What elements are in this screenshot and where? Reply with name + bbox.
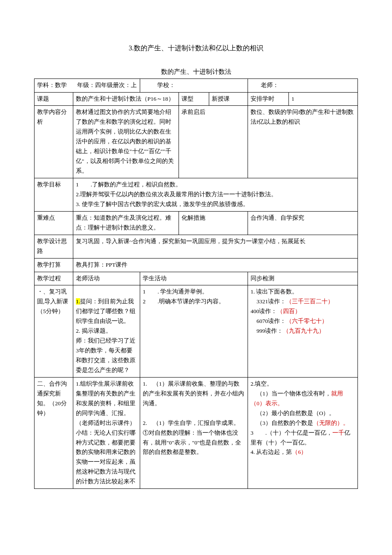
measure-value: 合作沟通、自学探究 (248, 211, 357, 235)
section1-test: 1. 读出下面各数。 3321读作：（三千三百二十） 400读作：（四百） 60… (248, 285, 357, 377)
content-label: 教学内容分析 (35, 106, 73, 178)
prep-label: 教学打算 (35, 258, 73, 272)
hours-value: 1 (289, 92, 358, 106)
type-label: 课型 (179, 92, 209, 106)
section2-row: 二、合作沟通探究新知。（20分钟） 1.组织学生展示课前收集整理的有关数的产生和… (35, 377, 358, 488)
section1-teacher: 1.提问：到目前为止我们都学过了哪些数？组织学生自由说一说。 2. 揭示课题。 … (73, 285, 140, 377)
section1-student: 1 . 学生沟通并举例。 2 .明确本节课的学习内容。 (140, 285, 248, 377)
s1-test-l2a: 3321读作： (251, 298, 286, 305)
section1-teacher-text: 提问：到目前为止我们都学过了哪些数？组织学生自由说一说。 2. 揭示课题。 师：… (76, 298, 135, 373)
lesson-plan-table: 学科：数学 年级：四年级册次：上 学校： 老师： 课题 数的产生和十进制计数法（… (34, 78, 358, 489)
highlight-num: 1. (76, 298, 80, 305)
goal-row: 教学目标 1 .了解数的产生过程，相识自然数。 2.理解并驾驭千亿以内的数位依次… (35, 178, 358, 212)
s1-test-l5b: （九百九十九） (283, 328, 325, 334)
document-title: 3.数的产生、十进制计数法和亿以上数的相识 (34, 43, 358, 54)
s1-test-l5a: 999读作： (251, 328, 283, 334)
link-value: 数位、数级的学问f数的产生和十进制数法f亿以上数的相识 (248, 106, 357, 178)
content-row: 教学内容分析 教材通过图文协作的方式简要地介绍了数的产生和数字的演化过程。同时运… (35, 106, 358, 178)
goal-value: 1 .了解数的产生过程，相识自然数。 2.理解并驾驭千亿以内的数位依次表及最常用… (73, 178, 358, 212)
diff-row: 重难点 重点：知道数的产生及演化过程。难点：理解十进制计数法的意义。 化解措施 … (35, 211, 358, 235)
section2-test: 2.填空。 （1）当一个物体也没有时，就用（0）表示。 （2）最小的自然数是（O… (248, 377, 357, 488)
s1-test-l4a: 6070读作： (251, 318, 286, 324)
process-label: 教学过程 (35, 272, 73, 285)
topic-value: 数的产生和十进制计数法（P16～18） (73, 92, 179, 106)
header-row: 学科：数学 年级：四年级册次：上 学校： 老师： (35, 78, 358, 92)
teacher-cell: 老师： (248, 78, 357, 92)
link-label: 承前启后 (179, 106, 248, 178)
subject-cell: 学科：数学 年级：四年级册次：上 (35, 78, 140, 92)
grade-label: 年级：四年级册次：上 (77, 82, 137, 88)
s2-test-l1: 2.填空。 (251, 381, 273, 387)
design-value: 复习巩固，导入新课~合作沟通，探究新知一巩固应用，提升实力一课堂小结，拓展延长 (73, 235, 358, 258)
s2-test-l4b: （无限的）。 (313, 420, 349, 426)
school-cell: 学校： (140, 78, 248, 92)
section1-row: ・、复习巩固,导入新课（5分钟） 1.提问：到目前为止我们都学过了哪些数？组织学… (35, 285, 358, 377)
design-row: 教学设计思路 复习巩固，导入新课~合作沟通，探究新知一巩固应用，提升实力一课堂小… (35, 235, 358, 258)
s2-test-l3: （2）最小的自然数是（O）。 (251, 410, 335, 416)
measure-label: 化解措施 (179, 211, 248, 235)
s1-test-l2b: （三千三百二十） (286, 298, 334, 305)
document-subtitle: 数的产生、十进制计数法 (34, 67, 358, 77)
diff-value: 重点：知道数的产生及演化过程。难点：理解十进制计数法的意义。 (73, 211, 179, 235)
s2-test-l5b: 一千 (332, 430, 344, 436)
process-c3: 同步检测 (248, 272, 357, 285)
content-value: 教材通过图文协作的方式简要地介绍了数的产生和数字的演化过程。同时运用两个实例，说… (73, 106, 179, 178)
subject-label: 学科：数学 (37, 82, 67, 88)
type-value: 新授课 (209, 92, 248, 106)
section2-teacher: 1.组织学生展示课前收集整理的有关数的产生和发展的资料，和组里的同学沟通、汇报。… (73, 377, 140, 488)
s1-test-l1: 1. 读出下面各数。 (251, 288, 298, 295)
s2-test-l2a: （1）当一个物体也没有时， (251, 390, 331, 397)
hours-label: 安排学时 (248, 92, 288, 106)
s1-test-l3a: 400读作： (251, 308, 277, 314)
topic-row: 课题 数的产生和十进制计数法（P16～18） 课型 新授课 安排学时 1 (35, 92, 358, 106)
prep-value: 教具打算：PPT课件 (73, 258, 358, 272)
diff-label: 重难点 (35, 211, 73, 235)
section1-label: ・、复习巩固,导入新课（5分钟） (35, 285, 73, 377)
process-head-row: 教学过程 老师活动 学生活动 同步检测 (35, 272, 358, 285)
prep-row: 教学打算 教具打算：PPT课件 (35, 258, 358, 272)
design-label: 教学设计思路 (35, 235, 73, 258)
s2-test-l6b: （6） (292, 449, 307, 455)
s2-test-l4a: （3）自然数的个数是 (251, 420, 313, 426)
goal-label: 教学目标 (35, 178, 73, 212)
section2-label: 二、合作沟通探究新知。（20分钟） (35, 377, 73, 488)
school-label: 学校： (157, 82, 175, 88)
s2-test-l6a: 4. 从右边起，第 (251, 449, 292, 455)
process-c2: 学生活动 (140, 272, 248, 285)
section2-student: 1. （1）展示课前收集、整理的与数的产生和发展有关的资料，并在小组内沟通。 2… (140, 377, 248, 488)
s2-test-l5a: 3 .（十）个十亿是一百亿， (251, 430, 332, 436)
process-c1: 老师活动 (73, 272, 140, 285)
topic-label: 课题 (35, 92, 73, 106)
s1-test-l3b: （四百） (277, 308, 301, 314)
s1-test-l4b: （六千零七十） (286, 318, 328, 324)
teacher-label: 老师： (261, 82, 279, 88)
